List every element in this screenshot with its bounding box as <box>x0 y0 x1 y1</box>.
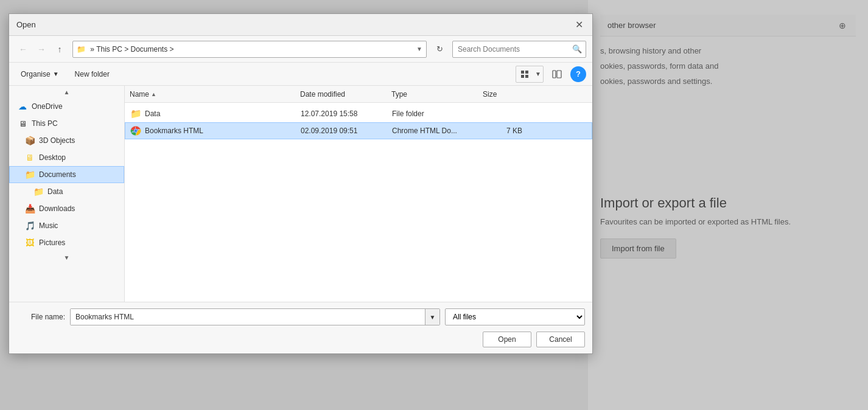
desktop-icon: 🖥 <box>24 153 35 162</box>
view-dropdown-button[interactable]: ▼ <box>533 66 543 82</box>
new-folder-button[interactable]: New folder <box>69 67 115 82</box>
nav-item-pictures-label: Pictures <box>39 238 65 247</box>
downloads-icon: 📥 <box>24 204 35 214</box>
organise-chevron-icon: ▼ <box>53 71 59 77</box>
dialog-title: Open <box>16 20 36 29</box>
open-dialog: Open ✕ ← → ↑ 📁 » This PC > Documents > ▼… <box>9 13 593 354</box>
file-name-bookmarks: Bookmarks HTML <box>125 126 296 136</box>
col-header-size[interactable]: Size <box>478 90 527 99</box>
this-pc-icon: 🖥 <box>17 119 28 128</box>
dialog-buttons-row: Open Cancel <box>16 332 585 347</box>
nav-scroll-down-button[interactable]: ▼ <box>9 251 124 263</box>
svg-rect-0 <box>521 71 524 74</box>
nav-item-desktop-label: Desktop <box>39 153 66 162</box>
pictures-icon: 🖼 <box>24 238 35 248</box>
data-folder-icon: 📁 <box>33 187 44 196</box>
search-icon-button[interactable]: 🔍 <box>569 41 586 58</box>
nav-item-data-label: Data <box>47 187 63 196</box>
action-toolbar: Organise ▼ New folder ▼ ? <box>9 63 592 86</box>
file-size-bookmarks: 7 KB <box>478 127 527 135</box>
help-button[interactable]: ? <box>570 66 586 82</box>
address-bar[interactable]: 📁 » This PC > Documents > ▼ <box>72 41 427 58</box>
search-input[interactable] <box>453 45 569 54</box>
back-button[interactable]: ← <box>15 41 31 57</box>
col-header-type[interactable]: Type <box>387 90 478 99</box>
nav-item-downloads-label: Downloads <box>39 204 75 213</box>
open-button[interactable]: Open <box>483 332 531 347</box>
file-date-bookmarks: 02.09.2019 09:51 <box>296 127 387 135</box>
organise-label: Organise <box>21 70 51 78</box>
search-box: 🔍 <box>452 41 586 58</box>
file-list-area: Name ▲ Date modified Type Size 📁 <box>125 86 592 302</box>
filename-label: File name: <box>16 313 65 321</box>
cancel-button[interactable]: Cancel <box>536 332 585 347</box>
filename-input-wrap: ▼ <box>70 308 440 325</box>
svg-point-9 <box>135 130 138 133</box>
file-list: 📁 Data 12.07.2019 15:58 File folder <box>125 103 592 302</box>
address-bar-folder-icon: 📁 <box>77 45 86 54</box>
file-row-bookmarks[interactable]: Bookmarks HTML 02.09.2019 09:51 Chrome H… <box>125 122 592 139</box>
documents-icon: 📁 <box>24 170 35 179</box>
nav-item-documents-label: Documents <box>39 170 76 179</box>
onedrive-icon: ☁ <box>17 102 28 111</box>
nav-item-data[interactable]: 📁 Data <box>9 183 124 200</box>
svg-rect-5 <box>557 71 561 78</box>
svg-rect-1 <box>525 71 528 74</box>
nav-item-onedrive-label: OneDrive <box>32 102 63 111</box>
forward-button[interactable]: → <box>33 41 49 57</box>
nav-item-pictures[interactable]: 🖼 Pictures <box>9 234 124 251</box>
nav-scroll-up-button[interactable]: ▲ <box>9 86 124 98</box>
svg-rect-3 <box>525 75 528 78</box>
nav-pane: ▲ ☁ OneDrive 🖥 This PC 📦 3D Objects 🖥 De… <box>9 86 125 302</box>
filetype-select[interactable]: All files HTML files <box>446 312 584 322</box>
nav-item-documents[interactable]: 📁 Documents <box>9 166 124 183</box>
view-toggle-button[interactable] <box>516 66 533 82</box>
col-header-name[interactable]: Name ▲ <box>125 90 295 99</box>
file-date-data: 12.07.2019 15:58 <box>296 109 387 118</box>
hide-pane-button[interactable] <box>548 66 565 82</box>
file-type-bookmarks: Chrome HTML Do... <box>387 127 478 135</box>
folder-icon: 📁 <box>130 109 141 119</box>
sort-arrow-icon: ▲ <box>151 91 156 97</box>
file-name-data: 📁 Data <box>125 109 296 119</box>
column-headers: Name ▲ Date modified Type Size <box>125 86 592 103</box>
nav-item-3d-objects-label: 3D Objects <box>39 136 75 145</box>
organise-button[interactable]: Organise ▼ <box>15 67 65 82</box>
up-button[interactable]: ↑ <box>52 41 68 57</box>
nav-item-desktop[interactable]: 🖥 Desktop <box>9 149 124 166</box>
file-row-data[interactable]: 📁 Data 12.07.2019 15:58 File folder <box>125 105 592 122</box>
nav-item-music-label: Music <box>39 221 58 230</box>
filename-dropdown-button[interactable]: ▼ <box>425 309 439 325</box>
svg-rect-4 <box>553 71 556 78</box>
dialog-bottom: File name: ▼ All files HTML files Open C… <box>9 302 592 353</box>
music-icon: 🎵 <box>24 221 35 231</box>
dialog-titlebar: Open ✕ <box>9 14 592 36</box>
address-bar-chevron: ▼ <box>416 46 422 52</box>
address-bar-text: » This PC > Documents > <box>88 45 416 54</box>
dialog-content: ▲ ☁ OneDrive 🖥 This PC 📦 3D Objects 🖥 De… <box>9 86 592 302</box>
new-folder-label: New folder <box>75 70 110 78</box>
filetype-select-wrap: All files HTML files <box>445 308 585 325</box>
file-type-data: File folder <box>387 109 478 118</box>
address-toolbar: ← → ↑ 📁 » This PC > Documents > ▼ ↻ 🔍 <box>9 36 592 63</box>
dialog-close-button[interactable]: ✕ <box>573 19 585 31</box>
refresh-button[interactable]: ↻ <box>432 41 447 57</box>
svg-rect-2 <box>521 75 524 78</box>
filename-row: File name: ▼ All files HTML files <box>16 308 585 325</box>
col-header-date[interactable]: Date modified <box>295 90 387 99</box>
nav-item-3d-objects[interactable]: 📦 3D Objects <box>9 132 124 149</box>
nav-item-music[interactable]: 🎵 Music <box>9 217 124 234</box>
nav-item-this-pc-label: This PC <box>32 119 58 128</box>
3d-objects-icon: 📦 <box>24 136 35 145</box>
nav-item-onedrive[interactable]: ☁ OneDrive <box>9 98 124 115</box>
nav-item-this-pc[interactable]: 🖥 This PC <box>9 115 124 132</box>
filename-input[interactable] <box>71 309 425 325</box>
chrome-file-icon <box>130 126 141 136</box>
nav-item-downloads[interactable]: 📥 Downloads <box>9 200 124 217</box>
